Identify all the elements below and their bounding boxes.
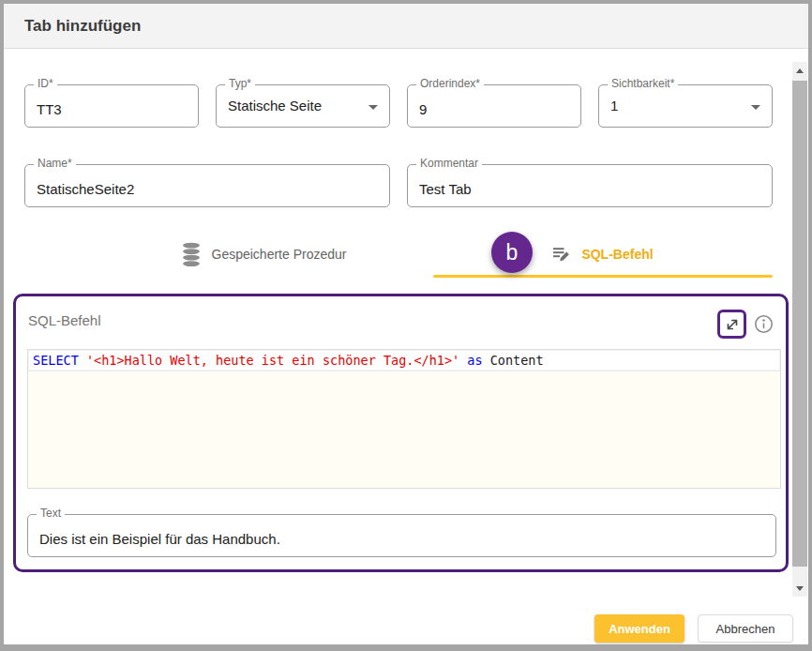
scroll-down-button[interactable] [792, 580, 807, 597]
name-field[interactable]: Name* [24, 164, 390, 207]
chevron-down-icon [368, 105, 378, 110]
text-field[interactable]: Text [27, 514, 776, 557]
tab-sql-command[interactable]: SQL-Befehl [433, 233, 773, 276]
orderindex-input[interactable] [408, 85, 580, 127]
orderindex-field-label: Orderindex* [416, 77, 484, 90]
dialog-title: Tab hinzufügen [24, 4, 141, 49]
kommentar-input[interactable] [408, 165, 772, 206]
expand-icon [724, 316, 741, 333]
info-icon[interactable] [754, 314, 774, 334]
scrollbar-thumb[interactable] [792, 81, 807, 567]
name-field-label: Name* [34, 157, 76, 170]
id-field-label: ID* [34, 77, 57, 90]
tab-stored-procedure[interactable]: Gespeicherte Prozedur [94, 233, 433, 276]
add-tab-dialog: Tab hinzufügen ID* Typ* Statische Seite … [0, 0, 812, 651]
arrow-down-icon [796, 586, 804, 591]
apply-button[interactable]: Anwenden [594, 614, 684, 643]
sql-identifier: Content [490, 353, 544, 368]
database-icon [181, 242, 202, 267]
cancel-button[interactable]: Abbrechen [698, 614, 793, 643]
tab-stored-procedure-label: Gespeicherte Prozedur [212, 247, 347, 262]
sql-code-line: SELECT '<h1>Hallo Welt, heute ist ein sc… [28, 350, 780, 371]
sql-keyword-as: as [467, 353, 482, 368]
sichtbarkeit-select-label: Sichtbarkeit* [608, 77, 678, 90]
vertical-scrollbar[interactable] [792, 62, 807, 597]
active-tab-underline [433, 275, 773, 278]
name-input[interactable] [25, 165, 389, 206]
text-input[interactable] [28, 515, 775, 556]
edit-note-icon [552, 245, 571, 264]
tab-sql-command-label: SQL-Befehl [581, 247, 653, 262]
id-input[interactable] [25, 85, 198, 127]
sichtbarkeit-select[interactable]: Sichtbarkeit* 1 [598, 84, 773, 128]
id-field[interactable]: ID* [24, 84, 199, 128]
sql-command-panel: SQL-Befehl SELECT '<h1>Hallo Welt, heute… [13, 294, 789, 572]
text-field-label: Text [37, 507, 65, 520]
kommentar-field[interactable]: Kommentar [407, 164, 773, 207]
orderindex-field[interactable]: Orderindex* [407, 84, 581, 128]
expand-button[interactable] [717, 310, 746, 339]
chevron-down-icon [751, 105, 760, 110]
annotation-badge-b: b [491, 232, 533, 273]
sql-keyword-select: SELECT [33, 353, 79, 368]
typ-select[interactable]: Typ* Statische Seite [216, 84, 390, 128]
tab-bar: Gespeicherte Prozedur SQL-Befehl [94, 233, 773, 276]
kommentar-field-label: Kommentar [416, 157, 482, 170]
sql-string-literal: '<h1>Hallo Welt, heute ist ein schöner T… [86, 353, 459, 368]
sql-panel-label: SQL-Befehl [28, 312, 101, 328]
dialog-header: Tab hinzufügen [4, 4, 808, 49]
scroll-up-button[interactable] [792, 62, 807, 79]
typ-select-label: Typ* [225, 77, 255, 90]
arrow-up-icon [796, 68, 804, 73]
sql-editor[interactable]: SELECT '<h1>Hallo Welt, heute ist ein sc… [27, 349, 781, 489]
